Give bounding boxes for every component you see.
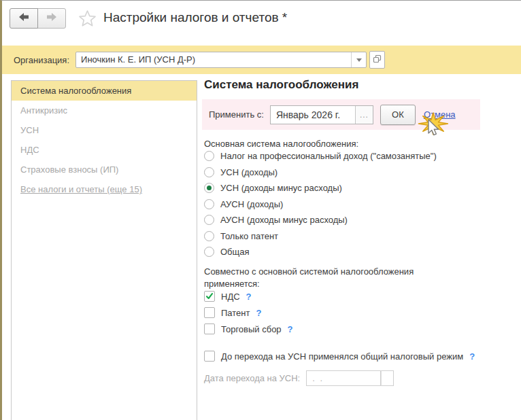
apply-period-input[interactable]: Январь 2026 г. ... [270, 105, 373, 124]
cancel-link[interactable]: Отмена [424, 109, 456, 120]
chevron-down-icon [356, 58, 362, 62]
organization-label: Организация: [14, 55, 69, 65]
radio-icon [204, 199, 214, 209]
radio-option-ausn-income[interactable]: АУСН (доходы) [204, 196, 437, 213]
back-button[interactable] [10, 8, 38, 29]
sidebar-item-usn[interactable]: УСН [12, 120, 197, 140]
settings-sidebar: Система налогообложения Антикризис УСН Н… [11, 80, 197, 420]
radio-option-ausn-income-minus-expenses[interactable]: АУСН (доходы минус расходы) [204, 212, 437, 228]
choose-from-list-icon [373, 54, 382, 66]
page-title: Настройки налогов и отчетов * [103, 10, 287, 25]
help-link-general-regime[interactable]: ? [469, 351, 475, 362]
radio-option-patent-only[interactable]: Только патент [204, 228, 437, 245]
nav-buttons [10, 8, 66, 29]
checkbox-unchecked-icon [204, 323, 215, 334]
arrow-left-icon [18, 12, 29, 24]
apply-from-label: Применить с: [209, 109, 264, 120]
period-picker-button[interactable]: ... [355, 106, 373, 124]
usn-transition-date-row: Дата перехода на УСН: . . [204, 370, 394, 386]
radio-icon [204, 231, 214, 241]
checkbox-unchecked-icon [204, 351, 215, 362]
sidebar-item-anticrisis[interactable]: Антикризис [12, 101, 197, 120]
organization-input[interactable]: Иночкин К. Е. ИП (УСН Д-Р) [75, 52, 367, 68]
radio-option-npd[interactable]: Налог на профессиональный доход ("самоза… [204, 148, 437, 164]
organization-bar: Организация: Иночкин К. Е. ИП (УСН Д-Р) [2, 46, 521, 74]
sidebar-item-all-taxes-link[interactable]: Все налоги и отчеты (еще 15) [12, 179, 197, 199]
radio-icon [204, 215, 214, 225]
main-tax-system-label: Основная система налогообложения: [204, 139, 358, 149]
apply-bar: Применить с: Январь 2026 г. ... ОК Отмен… [202, 99, 480, 130]
forward-button[interactable] [37, 8, 66, 29]
checkbox-unchecked-icon [204, 307, 215, 318]
ok-button[interactable]: ОК [380, 105, 416, 125]
checkbox-patent[interactable]: Патент ? [204, 304, 293, 321]
tax-settings-window: Настройки налогов и отчетов * Организаци… [0, 0, 521, 420]
additional-systems-label: Совместно с основной системой налогообло… [204, 266, 414, 290]
radio-icon [204, 247, 214, 257]
radio-option-general[interactable]: Общая [204, 244, 437, 260]
checkbox-trade-fee[interactable]: Торговый сбор ? [204, 321, 293, 337]
radio-icon [204, 167, 214, 177]
radio-selected-icon [204, 183, 214, 193]
organization-choose-button[interactable] [369, 51, 385, 69]
apply-period-value: Январь 2026 г. [271, 106, 355, 124]
checkbox-checked-icon [204, 291, 215, 302]
section-heading: Система налогообложения [204, 78, 358, 92]
help-link-patent[interactable]: ? [256, 308, 261, 318]
usn-transition-date-label: Дата перехода на УСН: [204, 373, 300, 383]
favorite-star-icon[interactable] [78, 10, 97, 30]
help-link-nds[interactable]: ? [246, 292, 252, 302]
usn-transition-date-input[interactable]: . . [306, 370, 381, 386]
radio-option-usn-income-minus-expenses[interactable]: УСН (доходы минус расходы) [204, 180, 437, 196]
arrow-right-icon [46, 12, 57, 24]
organization-value: Иночкин К. Е. ИП (УСН Д-Р) [76, 52, 351, 67]
radio-option-usn-income[interactable]: УСН (доходы) [204, 164, 437, 181]
sidebar-item-tax-system[interactable]: Система налогообложения [12, 81, 197, 101]
sidebar-item-insurance[interactable]: Страховые взносы (ИП) [12, 160, 197, 179]
help-link-trade-fee[interactable]: ? [288, 324, 293, 334]
tax-system-radio-group: Налог на профессиональный доход ("самоза… [204, 148, 437, 260]
checkbox-general-regime-before-usn[interactable]: До перехода на УСН применялся общий нало… [204, 349, 475, 363]
checkbox-nds[interactable]: НДС ? [204, 288, 293, 304]
date-picker-button[interactable] [381, 370, 394, 386]
organization-dropdown-button[interactable] [351, 52, 366, 67]
additional-systems-checkbox-group: НДС ? Патент ? Торговый сбор ? [204, 288, 293, 337]
sidebar-item-nds[interactable]: НДС [12, 140, 197, 160]
main-panel: Система налогообложения Применить с: Янв… [202, 75, 501, 415]
radio-icon [204, 151, 214, 161]
